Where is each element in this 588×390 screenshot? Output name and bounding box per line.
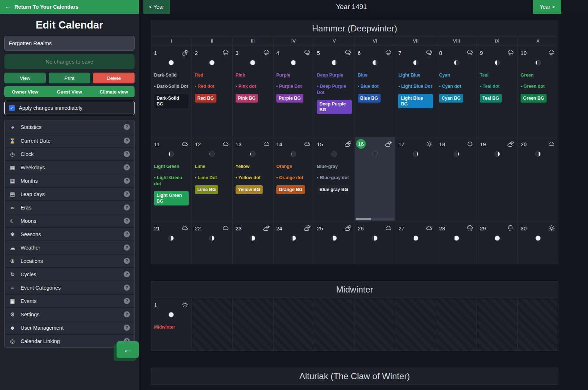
event-bg[interactable]: Blue BG [358,94,381,103]
day-cell[interactable]: 25 [314,221,355,264]
event-text[interactable]: Light Blue [398,72,433,78]
help-icon[interactable]: ? [124,204,130,211]
help-icon[interactable]: ? [124,218,130,224]
delete-button[interactable]: Delete [93,73,135,83]
event-text[interactable]: Lime [195,164,229,169]
sidebar-item-calendar-linking[interactable]: ◎Calendar Linking? [5,334,134,347]
sidebar-item-user-management[interactable]: ☻User Management? [5,321,134,334]
sidebar-item-clock[interactable]: ◷Clock? [5,147,134,160]
day-cell[interactable]: 16 [355,137,395,221]
help-icon[interactable]: ? [124,244,130,251]
event-text[interactable]: Yellow [236,164,270,169]
event-dot[interactable]: • Green dot [521,83,555,89]
day-cell-scrollbar[interactable] [356,218,395,220]
day-cell[interactable]: 13Yellow• Yellow dotYellow BG [233,137,273,221]
help-icon[interactable]: ? [124,311,130,317]
guest-view-button[interactable]: Guest View [49,89,90,95]
day-cell[interactable]: 28 [436,221,477,264]
day-cell[interactable]: 8Cyan• Cyan dotCyan BG [436,46,477,137]
apply-changes-row[interactable]: ✓ Apply changes immediately [4,101,135,115]
day-cell[interactable]: 5Deep Purple• Deep Purple DotDeep Purple… [314,46,355,137]
climate-view-button[interactable]: Climate view [93,89,135,95]
event-dot[interactable]: • Deep Purple Dot [317,83,352,95]
collapse-sidebar-button[interactable]: ← [117,341,139,358]
event-bg[interactable]: Light Green BG [154,191,189,206]
event-bg[interactable]: Deep Purple BG [317,100,352,114]
calendar-name-input[interactable] [4,36,135,51]
event-bg[interactable]: Light Blue BG [398,94,433,109]
sidebar-item-current-date[interactable]: ⌛Current Date? [5,134,134,147]
day-cell[interactable]: 6Blue• Blue dotBlue BG [355,46,395,137]
event-text[interactable]: Red [195,72,229,78]
event-bg[interactable]: Dark-Solid BG [154,94,189,109]
sidebar-item-leap-days[interactable]: ▤Leap days? [5,187,134,200]
sidebar-item-statistics[interactable]: ◕Statistics? [5,120,134,134]
event-bg[interactable]: Green BG [521,94,547,103]
sidebar-item-eras[interactable]: ∞Eras? [5,200,134,214]
event-bg[interactable]: Lime BG [195,185,218,194]
help-icon[interactable]: ? [124,285,130,291]
event-text[interactable]: Pink [236,72,270,78]
event-dot[interactable]: • Orange dot [276,175,311,181]
event-bg[interactable]: Teal BG [480,94,501,103]
help-icon[interactable]: ? [124,258,130,264]
day-cell[interactable]: 9Teal• Teal dotTeal BG [477,46,517,137]
day-cell[interactable]: 15Blue-gray• Blue-gray dotBlue gray BG [314,137,355,221]
event-bg[interactable]: Red BG [195,94,216,103]
day-cell[interactable]: 4Purple• Purple DotPurple BG [273,46,314,137]
event-dot[interactable]: • Red dot [195,83,229,89]
event-dot[interactable]: • Blue-gray dot [317,175,352,181]
event-dot[interactable]: • Dark-Solid Dot [154,83,189,89]
event-text[interactable]: Blue-gray [317,164,352,169]
day-cell[interactable]: 21 [151,221,192,264]
event-text[interactable]: Teal [480,72,514,78]
event-text[interactable]: Dark-Solid [154,72,189,78]
help-icon[interactable]: ? [124,164,130,170]
owner-view-button[interactable]: Owner View [4,89,46,95]
day-cell[interactable]: 18 [436,137,477,221]
help-icon[interactable]: ? [124,178,130,184]
help-icon[interactable]: ? [124,138,130,144]
event-dot[interactable]: • Purple Dot [276,83,311,89]
event-text[interactable]: Green [521,72,555,78]
event-dot[interactable]: • Teal dot [480,83,514,89]
help-icon[interactable]: ? [124,271,130,277]
sidebar-item-settings[interactable]: ⚙Settings? [5,307,134,321]
event-bg[interactable]: Cyan BG [439,94,463,103]
day-cell[interactable]: 23 [233,221,273,264]
sidebar-item-seasons[interactable]: ❄Seasons? [5,227,134,240]
sidebar-item-months[interactable]: ▦Months? [5,174,134,187]
day-cell[interactable]: 20 [518,137,558,221]
sidebar-item-events[interactable]: ▣Events? [5,294,134,307]
next-year-button[interactable]: Year > [533,0,561,14]
event-text[interactable]: Blue [358,72,392,78]
day-cell[interactable]: 14Orange• Orange dotOrange BG [273,137,314,221]
help-icon[interactable]: ? [124,191,130,197]
day-cell[interactable]: 1Midwinter [151,298,192,351]
view-button[interactable]: View [4,73,46,83]
sidebar-item-cycles[interactable]: ↻Cycles? [5,267,134,281]
help-icon[interactable]: ? [124,151,130,157]
event-text[interactable]: Purple [276,72,311,78]
event-dot[interactable]: • Light Blue Dot [398,83,433,89]
event-bg[interactable]: Blue gray BG [317,185,351,194]
day-cell[interactable]: 27 [395,221,436,264]
day-cell[interactable]: 17 [395,137,436,221]
event-text[interactable]: Cyan [439,72,474,78]
return-to-calendars-button[interactable]: ← Return To Your Calendars [0,0,139,14]
day-cell[interactable]: 22 [192,221,232,264]
event-bg[interactable]: Pink BG [236,94,258,103]
sidebar-item-event-categories[interactable]: ≡Event Categories? [5,281,134,294]
event-bg[interactable]: Orange BG [276,185,305,194]
day-cell[interactable]: 19 [477,137,517,221]
sidebar-item-moons[interactable]: ☾Moons? [5,214,134,227]
help-icon[interactable]: ? [124,298,130,304]
prev-year-button[interactable]: < Year [143,0,170,14]
day-cell[interactable]: 24 [273,221,314,264]
event-bg[interactable]: Purple BG [276,94,303,103]
sidebar-item-weekdays[interactable]: ▦Weekdays? [5,160,134,174]
sidebar-item-weather[interactable]: ☁Weather? [5,240,134,254]
apply-changes-checkbox[interactable]: ✓ [9,105,15,111]
event-dot[interactable]: • Cyan dot [439,83,474,89]
event-dot[interactable]: • Pink dot [236,83,270,89]
